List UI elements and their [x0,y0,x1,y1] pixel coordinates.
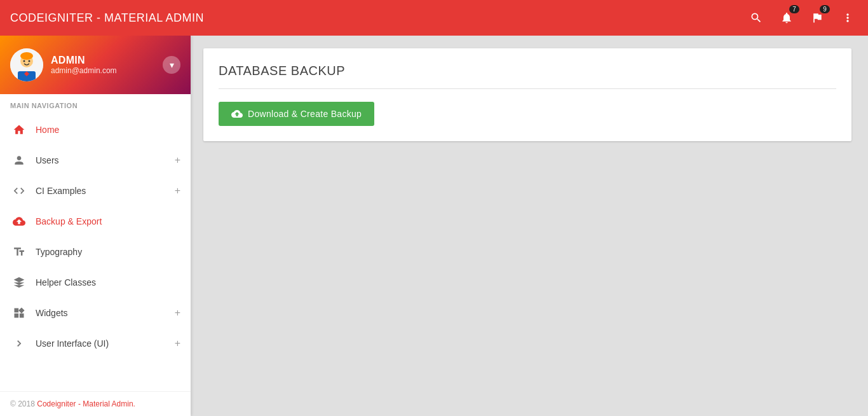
sidebar-item-backup-label: Backup & Export [36,216,102,226]
sidebar-item-ci-examples-label: CI Examples [36,186,86,196]
content-area: DATABASE BACKUP Download & Create Backup [191,36,868,416]
app-title: CODEIGNITER - MATERIAL ADMIN [10,11,746,25]
sidebar-item-widgets[interactable]: Widgets + [0,298,191,328]
search-button[interactable] [746,8,766,28]
widgets-expand-icon: + [175,307,180,319]
notification-button[interactable]: 7 [776,8,797,28]
sidebar-item-typography-label: Typography [36,247,82,257]
sidebar-item-users-label: Users [36,155,59,165]
sidebar-item-widgets-label: Widgets [36,308,68,318]
download-create-backup-button[interactable]: Download & Create Backup [219,102,374,126]
user-dropdown-button[interactable]: ▾ [163,56,180,74]
helper-classes-icon [10,276,28,289]
sidebar-footer: © 2018 Codeigniter - Material Admin. [0,391,191,416]
flag-button[interactable]: 9 [807,8,827,28]
footer-link[interactable]: Codeigniter - Material Admin. [37,399,135,408]
sidebar-item-ui-label: User Interface (UI) [36,338,109,349]
nav-section-title: MAIN NAVIGATION [0,94,191,114]
navbar-icons: 7 9 [746,8,858,28]
flag-badge: 9 [820,5,830,13]
user-name: ADMIN [51,55,117,66]
users-icon [10,154,28,167]
ui-expand-icon: + [175,338,180,349]
user-interface-icon [10,337,28,350]
sidebar-item-users[interactable]: Users + [0,145,191,176]
more-options-button[interactable] [837,8,858,28]
sidebar: ADMIN admin@admin.com ▾ MAIN NAVIGATION … [0,36,191,416]
avatar [10,48,43,81]
notification-badge: 7 [789,5,799,13]
ci-examples-expand-icon: + [175,185,180,197]
sidebar-item-helper-classes-label: Helper Classes [36,277,96,288]
sidebar-item-home[interactable]: Home [0,114,191,145]
backup-icon [10,215,28,228]
navbar: CODEIGNITER - MATERIAL ADMIN 7 9 [0,0,868,36]
sidebar-item-ci-examples[interactable]: CI Examples + [0,176,191,206]
typography-icon [10,246,28,258]
page-title: DATABASE BACKUP [219,64,836,89]
home-icon [10,123,28,136]
sidebar-item-typography[interactable]: Typography [0,237,191,267]
users-expand-icon: + [175,155,180,166]
svg-point-2 [20,52,33,60]
user-email: admin@admin.com [51,66,117,75]
sidebar-item-backup-export[interactable]: Backup & Export [0,206,191,237]
cloud-upload-icon [231,108,243,120]
sidebar-item-home-label: Home [36,125,59,135]
user-info: ADMIN admin@admin.com [51,55,117,75]
sidebar-item-user-interface[interactable]: User Interface (UI) + [0,328,191,359]
svg-point-6 [29,60,31,62]
main-layout: ADMIN admin@admin.com ▾ MAIN NAVIGATION … [0,36,868,416]
svg-point-5 [24,60,25,62]
footer-copyright: © 2018 [10,399,37,408]
database-backup-card: DATABASE BACKUP Download & Create Backup [203,48,851,141]
ci-examples-icon [10,184,28,197]
backup-button-label: Download & Create Backup [248,109,362,119]
sidebar-item-helper-classes[interactable]: Helper Classes [0,267,191,298]
widgets-icon [10,307,28,319]
user-section: ADMIN admin@admin.com ▾ [0,36,191,94]
